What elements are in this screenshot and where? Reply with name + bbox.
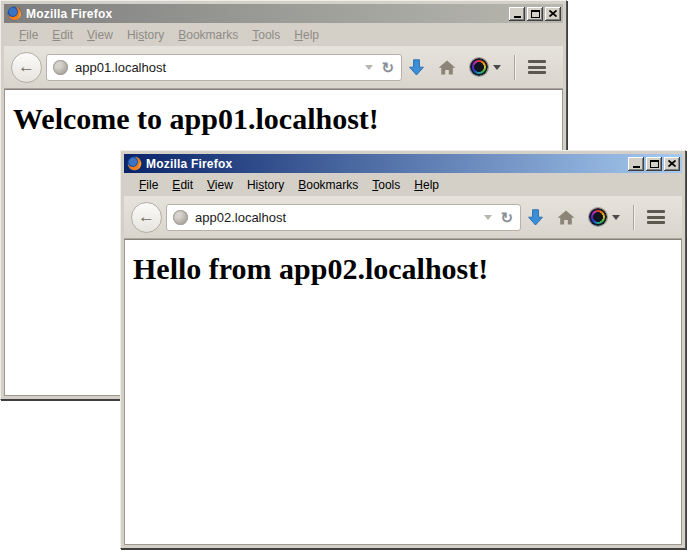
maximize-button[interactable] xyxy=(527,7,543,21)
close-button[interactable] xyxy=(664,157,680,171)
maximize-icon xyxy=(531,10,540,18)
maximize-icon xyxy=(650,160,659,168)
chevron-down-icon xyxy=(612,215,620,220)
urlbar-dropdown-icon[interactable] xyxy=(484,215,492,220)
home-button[interactable] xyxy=(431,52,463,82)
site-identity-globe-icon[interactable] xyxy=(53,60,68,75)
addon-button[interactable] xyxy=(463,52,508,82)
url-text[interactable]: app01.localhost xyxy=(75,60,361,75)
close-icon xyxy=(549,10,557,17)
urlbar-dropdown-icon[interactable] xyxy=(365,65,373,70)
page-content: Hello from app02.localhost! xyxy=(124,239,682,545)
home-button[interactable] xyxy=(550,202,582,232)
minimize-icon xyxy=(514,16,521,18)
menu-edit[interactable]: Edit xyxy=(45,25,80,45)
menu-help[interactable]: Help xyxy=(407,175,446,195)
menu-tools[interactable]: Tools xyxy=(245,25,287,45)
menu-bar: File Edit View History Bookmarks Tools H… xyxy=(4,23,563,46)
window-controls xyxy=(628,157,680,171)
menu-history[interactable]: History xyxy=(120,25,171,45)
page-heading: Welcome to app01.localhost! xyxy=(13,102,562,136)
back-icon: ← xyxy=(18,58,35,75)
firefox-logo-icon xyxy=(7,6,22,21)
download-arrow-icon xyxy=(409,59,424,76)
url-text[interactable]: app02.localhost xyxy=(195,210,480,225)
addon-color-wheel-icon xyxy=(589,208,607,226)
back-button[interactable]: ← xyxy=(11,52,42,83)
menu-button[interactable] xyxy=(640,202,672,232)
navigation-toolbar: ← app02.localhost ↻ xyxy=(124,196,682,239)
close-icon xyxy=(668,160,676,167)
home-icon xyxy=(438,60,456,75)
home-icon xyxy=(557,210,575,225)
menu-tools[interactable]: Tools xyxy=(365,175,407,195)
menu-edit[interactable]: Edit xyxy=(165,175,200,195)
toolbar-separator xyxy=(633,205,634,230)
downloads-button[interactable] xyxy=(402,52,431,82)
url-bar[interactable]: app02.localhost ↻ xyxy=(166,204,521,231)
url-bar[interactable]: app01.localhost ↻ xyxy=(46,54,402,81)
hamburger-icon xyxy=(528,60,546,74)
window-title: Mozilla Firefox xyxy=(146,157,628,171)
toolbar-separator xyxy=(514,55,515,80)
resize-grip[interactable] xyxy=(675,538,678,541)
desktop: Mozilla Firefox File Edit View History B… xyxy=(0,0,688,551)
reload-button[interactable]: ↻ xyxy=(500,210,513,225)
menu-file[interactable]: File xyxy=(12,25,45,45)
page-heading: Hello from app02.localhost! xyxy=(133,252,681,286)
browser-window-app02: Mozilla Firefox File Edit View History B… xyxy=(120,150,686,549)
minimize-button[interactable] xyxy=(509,7,525,21)
menu-bookmarks[interactable]: Bookmarks xyxy=(291,175,365,195)
title-bar[interactable]: Mozilla Firefox xyxy=(4,4,563,23)
downloads-button[interactable] xyxy=(521,202,550,232)
close-button[interactable] xyxy=(545,7,561,21)
hamburger-icon xyxy=(647,210,665,224)
menu-file[interactable]: File xyxy=(132,175,165,195)
chevron-down-icon xyxy=(493,65,501,70)
menu-view[interactable]: View xyxy=(80,25,120,45)
navigation-toolbar: ← app01.localhost ↻ xyxy=(4,46,563,89)
back-button[interactable]: ← xyxy=(131,202,162,233)
firefox-logo-icon xyxy=(127,156,142,171)
minimize-button[interactable] xyxy=(628,157,644,171)
menu-history[interactable]: History xyxy=(240,175,291,195)
menu-bar: File Edit View History Bookmarks Tools H… xyxy=(124,173,682,196)
site-identity-globe-icon[interactable] xyxy=(173,210,188,225)
menu-view[interactable]: View xyxy=(200,175,240,195)
title-bar[interactable]: Mozilla Firefox xyxy=(124,154,682,173)
menu-bookmarks[interactable]: Bookmarks xyxy=(171,25,245,45)
menu-button[interactable] xyxy=(521,52,553,82)
menu-help[interactable]: Help xyxy=(287,25,326,45)
minimize-icon xyxy=(633,166,640,168)
window-controls xyxy=(509,7,561,21)
download-arrow-icon xyxy=(528,209,543,226)
maximize-button[interactable] xyxy=(646,157,662,171)
addon-color-wheel-icon xyxy=(470,58,488,76)
addon-button[interactable] xyxy=(582,202,627,232)
window-title: Mozilla Firefox xyxy=(26,7,509,21)
reload-button[interactable]: ↻ xyxy=(381,60,394,75)
back-icon: ← xyxy=(138,208,155,225)
